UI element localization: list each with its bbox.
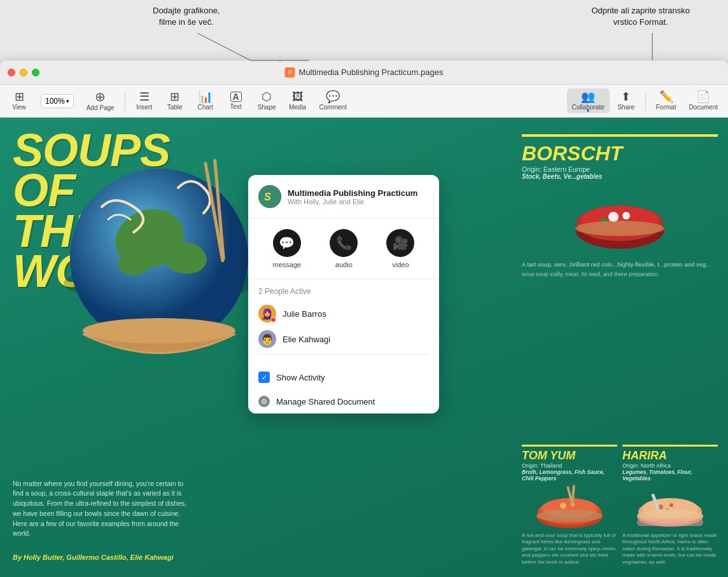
toolbar-view[interactable]: ⊞ View xyxy=(5,88,33,113)
insert-icon: ☰ xyxy=(139,91,150,102)
collab-message-icon: 💬 xyxy=(273,229,301,257)
svg-point-9 xyxy=(118,253,150,275)
table-icon: ⊞ xyxy=(170,91,179,102)
borscht-illustration xyxy=(569,185,671,255)
collab-people-section: 2 People Active 🧕 Julie Barros 👨 Elie Ka… xyxy=(248,279,439,365)
collab-manage-doc[interactable]: ⚙ Manage Shared Document xyxy=(248,389,439,414)
toolbar-table[interactable]: ⊞ Table xyxy=(161,88,189,113)
svg-point-19 xyxy=(575,221,664,236)
svg-text:S: S xyxy=(264,191,271,202)
collab-message-label: message xyxy=(273,261,302,268)
collab-person-julie[interactable]: 🧕 Julie Barros xyxy=(258,301,429,326)
borscht-desc2: eous soup ically, meat. Its ieed, and th… xyxy=(522,271,718,277)
collab-video-btn[interactable]: 🎥 video xyxy=(386,229,414,268)
svg-point-32 xyxy=(669,503,673,507)
collab-doc-title: Multimedia Publishing Practicum xyxy=(288,188,417,198)
svg-line-0 xyxy=(197,33,251,60)
harira-illustration xyxy=(622,482,718,532)
collab-doc-avatar: S xyxy=(258,185,281,208)
julie-status-dot xyxy=(270,317,276,323)
elie-avatar: 👨 xyxy=(258,330,276,348)
collab-video-label: video xyxy=(392,261,409,268)
julie-avatar-container: 🧕 xyxy=(258,305,276,323)
maximize-button[interactable] xyxy=(32,69,39,76)
toolbar-zoom[interactable]: 100% ▾ xyxy=(36,92,79,111)
collab-message-btn[interactable]: 💬 message xyxy=(273,229,302,268)
toolbar-shape[interactable]: ⬡ Shape xyxy=(253,88,281,113)
format-icon: ✏️ xyxy=(659,91,673,102)
toolbar-add-page[interactable]: ⊕ Add Page xyxy=(81,88,120,114)
toolbar-insert[interactable]: ☰ Insert xyxy=(130,88,158,113)
annotation-left: Dodajte grafikone, filme in še več. xyxy=(153,5,220,28)
annotation-right-line1: Odprite ali zaprite stransko xyxy=(591,6,690,15)
view-icon: ⊞ xyxy=(15,91,24,102)
collaborate-label: Collaborate xyxy=(572,104,605,111)
collab-show-activity[interactable]: ✓ Show Activity xyxy=(248,365,439,389)
tom-yum-section: TOM YUM Origin: Thailand Broth, Lemongra… xyxy=(522,445,617,566)
author-text: By Holly Butler, Guillermo Castillo, Eli… xyxy=(13,553,191,561)
collab-divider xyxy=(258,354,429,355)
zoom-control[interactable]: 100% ▾ xyxy=(41,94,74,108)
annotation-right-line2: vrstico Format. xyxy=(613,17,668,27)
tom-yum-illustration xyxy=(522,482,617,532)
body-text: No matter where you find yourself dining… xyxy=(13,479,191,539)
harira-bar xyxy=(622,445,718,447)
borscht-desc: A tart soup, serv...brilliant red colo..… xyxy=(522,260,718,268)
shape-label: Shape xyxy=(258,104,276,111)
zoom-value: 100% xyxy=(45,97,65,106)
toolbar-chart[interactable]: 📊 Chart xyxy=(192,88,220,113)
chart-label: Chart xyxy=(197,104,213,111)
julie-name: Julie Barros xyxy=(283,309,326,319)
minimize-button[interactable] xyxy=(20,69,27,76)
app-window: P Multimedia Publishing Practicum.pages … xyxy=(0,60,728,577)
collab-doc-info: Multimedia Publishing Practicum With Hol… xyxy=(288,188,417,205)
toolbar-share[interactable]: ⬆ Share xyxy=(612,88,640,113)
format-label: Format xyxy=(656,104,676,111)
borscht-section: BORSCHT Origin: Eastern Europe Stock, Be… xyxy=(512,124,728,288)
collab-people-count: 2 People Active xyxy=(258,287,429,296)
bottom-soups: TOM YUM Origin: Thailand Broth, Lemongra… xyxy=(512,440,728,571)
toolbar: ⊞ View 100% ▾ ⊕ Add Page ☰ Insert ⊞ Tabl… xyxy=(0,85,728,118)
share-icon: ⬆ xyxy=(621,91,631,102)
svg-rect-36 xyxy=(637,518,703,526)
show-activity-label: Show Activity xyxy=(276,373,325,382)
add-page-icon: ⊕ xyxy=(95,90,106,103)
table-label: Table xyxy=(167,104,183,111)
manage-doc-icon: ⚙ xyxy=(258,396,270,407)
toolbar-comment[interactable]: 💬 Comment xyxy=(314,88,352,113)
view-label: View xyxy=(12,104,26,111)
harira-ingredients: Legumes, Tomatoes, Flour, Vegetables xyxy=(622,469,718,482)
comment-icon: 💬 xyxy=(326,91,340,102)
shape-icon: ⬡ xyxy=(262,91,272,102)
toolbar-media[interactable]: 🖼 Media xyxy=(284,88,312,113)
annotation-left-line2: filme in še več. xyxy=(159,17,214,27)
media-label: Media xyxy=(289,104,306,111)
harira-desc: A traditional appetizer or light snack m… xyxy=(622,532,718,566)
collab-audio-label: audio xyxy=(335,261,353,268)
borscht-origin: Origin: Eastern Europe xyxy=(522,165,718,173)
toolbar-format[interactable]: ✏️ Format xyxy=(651,88,682,113)
toolbar-text[interactable]: A Text xyxy=(222,89,250,113)
show-activity-check-icon: ✓ xyxy=(258,372,270,383)
collab-audio-btn[interactable]: 📞 audio xyxy=(330,229,358,268)
zoom-chevron: ▾ xyxy=(66,98,69,104)
collaborate-icon: 👥 xyxy=(581,91,595,102)
collab-doc-subtitle: With Holly, Julie and Elie xyxy=(288,198,417,205)
collab-popup-header: S Multimedia Publishing Practicum With H… xyxy=(248,175,439,219)
annotation-left-line1: Dodajte grafikone, xyxy=(153,6,220,15)
toolbar-document[interactable]: 📄 Document xyxy=(683,88,723,113)
close-button[interactable] xyxy=(8,69,15,76)
elie-avatar-container: 👨 xyxy=(258,330,276,348)
tom-yum-origin: Origin: Thailand xyxy=(522,462,617,469)
toolbar-collaborate[interactable]: 👥 Collaborate xyxy=(567,88,610,113)
harira-section: HARIRA Origin: North Africa Legumes, Tom… xyxy=(622,445,718,566)
insert-label: Insert xyxy=(136,104,152,111)
svg-point-23 xyxy=(560,503,566,509)
tom-yum-desc: A hot-and-sour soup that is typically fu… xyxy=(522,532,617,566)
window-title-text: Multimedia Publishing Practicum.pages xyxy=(299,67,444,77)
svg-point-27 xyxy=(536,510,603,522)
harira-title: HARIRA xyxy=(622,449,718,462)
svg-point-16 xyxy=(608,212,619,222)
collab-person-elie[interactable]: 👨 Elie Kahwagi xyxy=(258,326,429,352)
borscht-title: BORSCHT xyxy=(522,142,718,165)
